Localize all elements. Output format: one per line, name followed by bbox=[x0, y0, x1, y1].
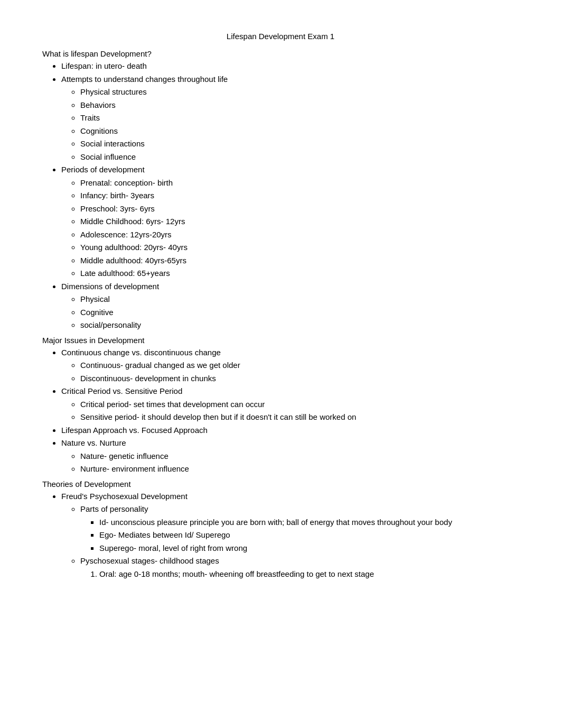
section-lifespan-list: Lifespan: in utero- death Attempts to un… bbox=[61, 60, 519, 331]
content-area: What is lifespan Development? Lifespan: … bbox=[42, 49, 519, 580]
list-item: Critical period- set times that developm… bbox=[80, 399, 519, 411]
attempts-sublist: Physical structures Behaviors Traits Cog… bbox=[80, 86, 519, 163]
stages-ordered-list: Oral: age 0-18 months; mouth- wheening o… bbox=[99, 568, 519, 580]
freud-sublist: Parts of personality Id- unconscious ple… bbox=[80, 503, 519, 580]
list-item: Nature vs. Nurture Nature- genetic influ… bbox=[61, 437, 519, 475]
page-title: Lifespan Development Exam 1 bbox=[42, 32, 519, 41]
list-item: Lifespan Approach vs. Focused Approach bbox=[61, 425, 519, 437]
list-item: Prenatal: conception- birth bbox=[80, 177, 519, 189]
critical-sublist: Critical period- set times that developm… bbox=[80, 399, 519, 423]
item-lifespan-text: Lifespan: in utero- death bbox=[61, 61, 147, 70]
list-item: Sensitive period- it should develop then… bbox=[80, 411, 519, 423]
list-item: Lifespan: in utero- death bbox=[61, 60, 519, 72]
item-nature-text: Nature vs. Nurture bbox=[61, 438, 126, 447]
list-item: Id- unconscious pleasure principle you a… bbox=[99, 517, 519, 529]
list-item: Discontinuous- development in chunks bbox=[80, 373, 519, 385]
list-item: Late adulthood: 65+years bbox=[80, 268, 519, 280]
personality-parts-list: Id- unconscious pleasure principle you a… bbox=[99, 517, 519, 555]
list-item: Periods of development Prenatal: concept… bbox=[61, 164, 519, 280]
list-item: Middle adulthood: 40yrs-65yrs bbox=[80, 255, 519, 267]
list-item: Superego- moral, level of right from wro… bbox=[99, 542, 519, 555]
dimensions-sublist: Physical Cognitive social/personality bbox=[80, 293, 519, 331]
list-item: Parts of personality Id- unconscious ple… bbox=[80, 503, 519, 554]
list-item: Freud's Psychosexual Development Parts o… bbox=[61, 491, 519, 580]
item-lifespan-approach-text: Lifespan Approach vs. Focused Approach bbox=[61, 426, 208, 435]
list-item: Cognitive bbox=[80, 307, 519, 319]
list-item: Young adulthood: 20yrs- 40yrs bbox=[80, 242, 519, 254]
list-item: Critical Period vs. Sensitive Period Cri… bbox=[61, 385, 519, 423]
item-continuous-text: Continuous change vs. discontinuous chan… bbox=[61, 348, 221, 357]
list-item: Ego- Mediates between Id/ Superego bbox=[99, 529, 519, 541]
item-pyschosexual-text: Pyschosexual stages- childhood stages bbox=[80, 556, 219, 565]
list-item: Infancy: birth- 3years bbox=[80, 190, 519, 202]
list-item: Nurture- environment influence bbox=[80, 463, 519, 475]
item-dimensions-text: Dimensions of development bbox=[61, 282, 159, 291]
list-item: Social influence bbox=[80, 151, 519, 163]
list-item: Cognitions bbox=[80, 125, 519, 137]
list-item: Attempts to understand changes throughou… bbox=[61, 73, 519, 163]
list-item: Preschool: 3yrs- 6yrs bbox=[80, 203, 519, 215]
periods-sublist: Prenatal: conception- birth Infancy: bir… bbox=[80, 177, 519, 280]
list-item: Physical bbox=[80, 293, 519, 306]
section-lifespan: What is lifespan Development? Lifespan: … bbox=[42, 49, 519, 331]
nature-sublist: Nature- genetic influence Nurture- envir… bbox=[80, 450, 519, 475]
item-parts-personality-text: Parts of personality bbox=[80, 504, 148, 513]
list-item: Nature- genetic influence bbox=[80, 450, 519, 463]
list-item: Traits bbox=[80, 112, 519, 124]
list-item: Physical structures bbox=[80, 86, 519, 98]
section-major-heading: Major Issues in Development bbox=[42, 336, 519, 345]
list-item: Social interactions bbox=[80, 138, 519, 150]
list-item: Middle Childhood: 6yrs- 12yrs bbox=[80, 216, 519, 228]
major-issues-list: Continuous change vs. discontinuous chan… bbox=[61, 347, 519, 475]
section-lifespan-heading: What is lifespan Development? bbox=[42, 49, 519, 58]
item-critical-text: Critical Period vs. Sensitive Period bbox=[61, 386, 182, 395]
section-theories-heading: Theories of Development bbox=[42, 480, 519, 489]
section-major-issues: Major Issues in Development Continuous c… bbox=[42, 336, 519, 475]
item-periods-text: Periods of development bbox=[61, 165, 145, 174]
list-item: Dimensions of development Physical Cogni… bbox=[61, 281, 519, 331]
section-theories: Theories of Development Freud's Psychose… bbox=[42, 480, 519, 580]
list-item: Behaviors bbox=[80, 99, 519, 112]
theories-list: Freud's Psychosexual Development Parts o… bbox=[61, 491, 519, 580]
item-attempts-text: Attempts to understand changes throughou… bbox=[61, 75, 228, 84]
item-freud-text: Freud's Psychosexual Development bbox=[61, 492, 188, 501]
list-item: Pyschosexual stages- childhood stages Or… bbox=[80, 555, 519, 580]
list-item: Continuous- gradual changed as we get ol… bbox=[80, 360, 519, 372]
list-item: Adolescence: 12yrs-20yrs bbox=[80, 229, 519, 241]
list-item: Oral: age 0-18 months; mouth- wheening o… bbox=[99, 568, 519, 580]
continuous-sublist: Continuous- gradual changed as we get ol… bbox=[80, 360, 519, 384]
list-item: social/personality bbox=[80, 319, 519, 331]
list-item: Continuous change vs. discontinuous chan… bbox=[61, 347, 519, 385]
